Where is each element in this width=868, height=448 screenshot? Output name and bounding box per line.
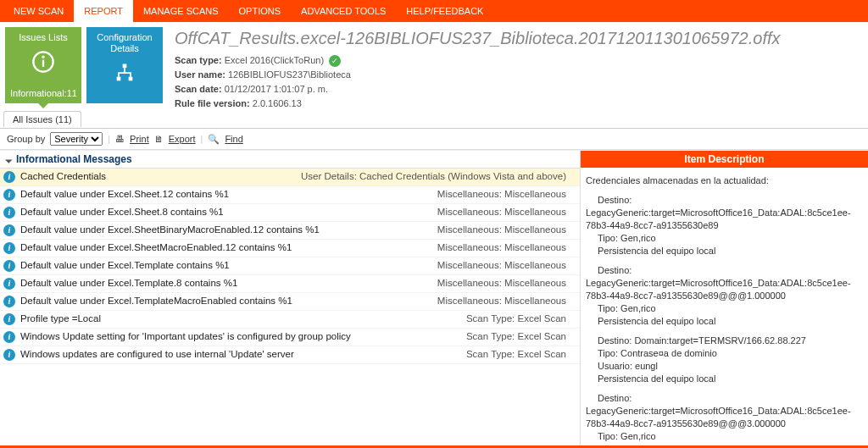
tab-all-issues[interactable]: All Issues (11) <box>3 111 81 127</box>
issue-category: Scan Type: Excel Scan <box>466 313 575 325</box>
issue-row[interactable]: iDefault value under Excel.Template.8 co… <box>0 275 580 293</box>
info-icon: i <box>3 296 15 307</box>
svg-point-2 <box>42 57 43 58</box>
svg-rect-5 <box>129 77 133 81</box>
check-icon: ✓ <box>329 55 341 67</box>
report-title: OffCAT_Results.excel-126BIBLIOFUS237_Bib… <box>175 29 856 48</box>
issue-row[interactable]: iDefault value under Excel.Sheet.12 cont… <box>0 186 580 204</box>
issue-category: Miscellaneous: Miscellaneous <box>437 224 575 236</box>
issue-category: Scan Type: Excel Scan <box>466 331 575 343</box>
top-nav: NEW SCANREPORTMANAGE SCANSOPTIONSADVANCE… <box>0 0 868 22</box>
issue-row[interactable]: iDefault value under Excel.Template cont… <box>0 257 580 275</box>
issue-row[interactable]: iCached CredentialsUser Details: Cached … <box>0 169 580 186</box>
group-by-select[interactable]: Severity <box>50 132 103 146</box>
issue-name: Windows updates are configured to use in… <box>20 349 466 361</box>
find-icon: 🔍 <box>208 134 220 145</box>
nav-manage-scans[interactable]: MANAGE SCANS <box>133 0 229 22</box>
issue-category: Miscellaneous: Miscellaneous <box>437 278 575 290</box>
issue-row[interactable]: iDefault value under Excel.TemplateMacro… <box>0 293 580 311</box>
tab-strip: All Issues (11) <box>0 110 868 129</box>
nav-advanced-tools[interactable]: ADVANCED TOOLS <box>291 0 396 22</box>
issue-row[interactable]: iWindows Update setting for 'Important u… <box>0 329 580 346</box>
issue-name: Default value under Excel.SheetMacroEnab… <box>20 242 437 254</box>
content-split: Informational Messages iCached Credentia… <box>0 150 868 448</box>
report-meta: OffCAT_Results.excel-126BIBLIOFUS237_Bib… <box>163 22 868 107</box>
nav-help-feedback[interactable]: HELP/FEEDBACK <box>396 0 493 22</box>
desc-block: Destino: LegacyGeneric:target=MicrosoftO… <box>586 194 863 257</box>
issue-row[interactable]: iDefault value under Excel.SheetBinaryMa… <box>0 222 580 240</box>
issue-name: Windows Update setting for 'Important up… <box>20 331 466 343</box>
info-icon: i <box>3 224 15 236</box>
issue-name: Default value under Excel.Sheet.12 conta… <box>20 189 437 201</box>
issue-category: Miscellaneous: Miscellaneous <box>437 189 575 201</box>
export-link[interactable]: Export <box>169 134 196 144</box>
selected-arrow-icon <box>38 103 48 108</box>
card-footer: Informational: 11 <box>5 88 81 98</box>
find-link[interactable]: Find <box>225 134 242 144</box>
issue-category: User Details: Cached Credentials (Window… <box>301 171 575 183</box>
info-icon: i <box>3 349 15 361</box>
issue-name: Default value under Excel.Template conta… <box>20 260 437 272</box>
svg-rect-4 <box>117 77 121 81</box>
desc-block: Destino: Domain:target=TERMSRV/166.62.88… <box>586 335 863 385</box>
header-area: Issues Lists Informational: 11 Configura… <box>0 22 868 107</box>
card-title: Issues Lists <box>5 27 81 43</box>
hierarchy-icon <box>86 61 163 90</box>
issue-name: Profile type =Local <box>20 313 466 325</box>
description-body[interactable]: Credenciales almacenadas en la actualida… <box>581 168 868 448</box>
info-icon: i <box>3 242 15 254</box>
issue-category: Miscellaneous: Miscellaneous <box>437 260 575 272</box>
issue-name: Default value under Excel.TemplateMacroE… <box>20 296 437 307</box>
card-title: Configuration Details <box>86 27 163 54</box>
issue-category: Scan Type: Excel Scan <box>466 349 575 361</box>
info-icon: i <box>3 278 15 290</box>
info-icon: i <box>3 171 15 183</box>
section-header[interactable]: Informational Messages <box>0 151 580 169</box>
export-icon: 🗎 <box>154 134 164 144</box>
desc-intro: Credenciales almacenadas en la actualida… <box>586 174 863 187</box>
info-icon: i <box>3 189 15 201</box>
desc-block: Destino: LegacyGeneric:target=MicrosoftO… <box>586 264 863 328</box>
issue-row[interactable]: iDefault value under Excel.Sheet.8 conta… <box>0 204 580 222</box>
info-icon: i <box>3 260 15 272</box>
issues-lists-card[interactable]: Issues Lists Informational: 11 <box>5 27 81 103</box>
issue-name: Default value under Excel.Template.8 con… <box>20 278 437 290</box>
nav-options[interactable]: OPTIONS <box>229 0 292 22</box>
issue-row[interactable]: iWindows updates are configured to use i… <box>0 346 580 364</box>
issue-name: Default value under Excel.SheetBinaryMac… <box>20 224 437 236</box>
nav-new-scan[interactable]: NEW SCAN <box>3 0 74 22</box>
issue-name: Cached Credentials <box>20 171 301 183</box>
info-icon: i <box>3 313 15 325</box>
issue-category: Miscellaneous: Miscellaneous <box>437 296 575 307</box>
config-details-card[interactable]: Configuration Details <box>86 27 163 103</box>
desc-block: Destino: LegacyGeneric:target=MicrosoftO… <box>586 392 863 448</box>
group-by-label: Group by <box>7 134 45 144</box>
footer-label: Informational: <box>10 88 67 98</box>
toolbar: Group by Severity | 🖶Print 🗎Export | 🔍Fi… <box>0 129 868 150</box>
description-pane: Item Description Credenciales almacenada… <box>580 151 868 448</box>
issue-category: Miscellaneous: Miscellaneous <box>437 242 575 254</box>
info-icon: i <box>3 331 15 343</box>
info-circle-icon <box>5 50 81 79</box>
issue-row[interactable]: iDefault value under Excel.SheetMacroEna… <box>0 240 580 257</box>
print-link[interactable]: Print <box>130 134 149 144</box>
svg-rect-3 <box>123 64 127 69</box>
footer-count: 11 <box>67 88 77 98</box>
issues-pane: Informational Messages iCached Credentia… <box>0 151 580 448</box>
issue-row[interactable]: iProfile type =LocalScan Type: Excel Sca… <box>0 311 580 329</box>
description-header: Item Description <box>581 151 868 168</box>
print-icon: 🖶 <box>115 134 125 144</box>
nav-report[interactable]: REPORT <box>74 0 133 22</box>
issue-name: Default value under Excel.Sheet.8 contai… <box>20 207 437 218</box>
issue-category: Miscellaneous: Miscellaneous <box>437 207 575 218</box>
info-icon: i <box>3 207 15 218</box>
